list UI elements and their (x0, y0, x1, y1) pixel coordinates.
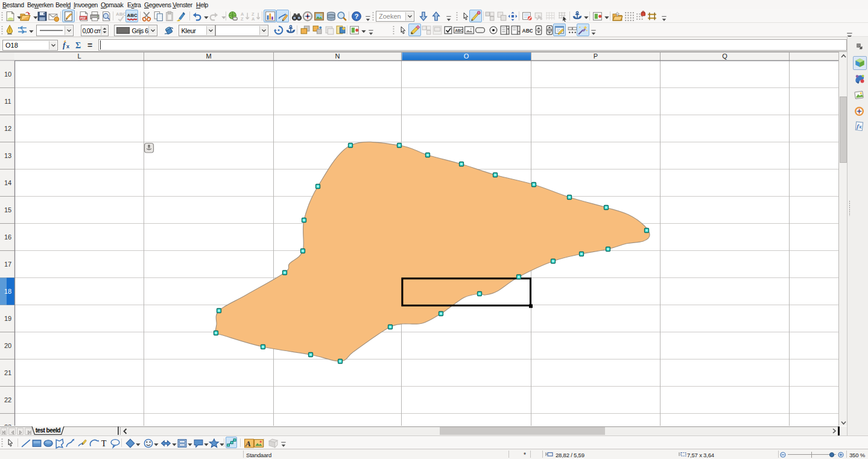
svg-text:19: 19 (4, 315, 11, 322)
svg-text:ABC: ABC (455, 28, 463, 33)
svg-text:Σ: Σ (75, 41, 81, 50)
svg-text:13: 13 (4, 152, 11, 159)
svg-text:ABC: ABC (522, 28, 533, 34)
svg-text:18: 18 (4, 288, 11, 295)
svg-text:21: 21 (4, 369, 11, 376)
svg-text:12: 12 (4, 125, 11, 132)
svg-text:M: M (206, 52, 211, 60)
svg-text:23: 23 (4, 423, 11, 426)
svg-text:11: 11 (4, 98, 11, 105)
svg-text:Q: Q (722, 52, 727, 60)
svg-text:x: x (66, 43, 69, 49)
svg-text:test beeld: test beeld (36, 427, 61, 434)
svg-text:N: N (335, 52, 340, 60)
svg-text:20: 20 (4, 342, 11, 349)
svg-text:22: 22 (4, 396, 11, 404)
svg-text:T: T (101, 438, 107, 448)
svg-text:P: P (594, 52, 598, 60)
svg-text:15: 15 (4, 206, 11, 214)
svg-text:O: O (464, 52, 469, 60)
svg-text:14: 14 (4, 179, 11, 186)
svg-text:fx: fx (857, 123, 862, 130)
svg-text:=: = (87, 40, 92, 50)
svg-text:17: 17 (4, 261, 11, 268)
svg-text:10: 10 (4, 71, 11, 78)
svg-text:16: 16 (4, 233, 11, 241)
svg-text:L: L (77, 52, 81, 60)
